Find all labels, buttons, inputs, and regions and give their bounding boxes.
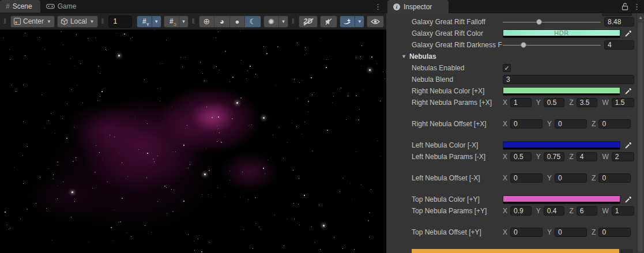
tab-inspector[interactable]: i Inspector [387,0,449,13]
nebulas-enabled-checkbox[interactable]: ✓ [503,64,511,72]
property-row-left-offset: Left Nebula Offset [-X] X 0 Y 0 Z 0 [386,172,637,184]
slider-thumb[interactable] [536,19,542,25]
top-offset-y-field[interactable]: 0 [555,228,587,237]
grid-visibility-button[interactable]: #Y [137,16,153,27]
grid-visibility-dropdown[interactable]: ▼ [152,16,161,27]
property-row-top-params: Top Nebula Params [+Y] X 0.9 Y 0.4 Z 6 W… [386,205,637,217]
slider-thumb[interactable] [521,42,526,48]
falloff-slider[interactable] [503,17,601,27]
right-params-w-field[interactable]: 1.5 [612,98,634,107]
left-nebula-color-swatch[interactable] [503,141,620,150]
scene-panel: # Scene Game ⋮ ‖ Center ▼ [0,0,386,253]
axis-label-w: W [602,99,608,107]
right-nebula-color-swatch[interactable] [503,87,620,96]
unity-editor-window: # Scene Game ⋮ ‖ Center ▼ [0,0,644,253]
right-params-z-field[interactable]: 3.5 [577,98,598,107]
top-params-z-field[interactable]: 6 [577,206,598,216]
right-params-y-field[interactable]: 0.5 [544,98,565,107]
property-label: Nebula Blend [412,75,503,84]
left-params-x-field[interactable]: 0.5 [510,152,532,161]
scene-fx-dropdown[interactable]: ▼ [355,16,364,27]
nebula-clouds [0,30,386,253]
grid-snapping-button[interactable]: #Ɔ [164,16,180,27]
orientation-mode-button[interactable]: Local ▼ [57,16,98,28]
axis-label-z: Z [569,153,573,161]
nebula-blend-field[interactable]: 3 [503,75,634,84]
top-offset-z-field[interactable]: 0 [598,228,631,237]
scene-panel-menu-button[interactable]: ⋮ [374,0,382,13]
left-params-y-field[interactable]: 0.75 [544,152,565,161]
axis-label-y: Y [547,174,552,182]
scene-fx-toggle-button[interactable] [340,16,356,27]
right-offset-x-field[interactable]: 0 [510,119,543,129]
draw-mode-shaded-button[interactable]: ● [230,16,246,27]
inspector-panel: i Inspector ⋮ Galaxy Great Rift Falloff [386,0,644,253]
grid-snapping-dropdown[interactable]: ▼ [179,16,188,27]
alpha-bar [503,202,620,203]
property-row-darkness: Galaxy Great Rift Darkness F 4 [386,39,637,51]
kebab-icon[interactable]: ⋮ [633,2,641,11]
scrollbar-thumb[interactable] [638,22,643,252]
axis-label-x: X [503,174,507,182]
right-offset-y-field[interactable]: 0 [555,119,587,129]
top-offset-x-field[interactable]: 0 [510,228,543,237]
left-params-z-field[interactable]: 4 [577,152,598,161]
lock-icon[interactable] [622,3,628,10]
drag-handle-icon[interactable]: ‖ [100,17,106,25]
eyedropper-button[interactable] [622,29,634,39]
top-nebula-color-swatch[interactable] [503,195,620,204]
left-offset-y-field[interactable]: 0 [555,173,587,183]
drag-handle-icon[interactable]: ‖ [291,17,296,25]
nebulas-foldout[interactable]: ▼ Nebulas [386,51,637,62]
grid-snap-increment-field[interactable]: 1 [108,16,132,28]
axis-label-z: Z [569,207,573,215]
value: 0.75 [547,153,560,161]
scene-tabbar: # Scene Game ⋮ [0,0,386,13]
tab-scene[interactable]: # Scene [0,0,40,13]
top-params-w-field[interactable]: 1 [612,206,634,216]
property-label: Galaxy Great Rift Color [412,29,503,37]
property-row-top-offset: Top Nebula Offset [+Y] X 0 Y 0 Z 0 [386,226,637,238]
darkness-value: 4 [608,41,612,49]
value: 4 [580,153,584,161]
value: 3.5 [580,99,590,107]
drag-handle-icon[interactable]: ‖ [191,17,197,25]
left-params-w-field[interactable]: 2 [612,152,634,161]
section-label: Nebulas [409,52,436,61]
eyedropper-button[interactable] [622,86,634,96]
scene-viewport[interactable] [0,30,386,253]
effects-burst-icon: ✺ [268,17,274,26]
bottom-nebula-color-swatch[interactable] [412,249,619,253]
darkness-slider[interactable] [503,40,601,50]
drag-handle-icon[interactable]: ‖ [2,17,8,25]
draw-mode-wireframe-button[interactable]: ⊕ [199,16,215,27]
rift-color-swatch[interactable]: HDR [503,29,620,38]
scene-visibility-button[interactable] [367,16,384,28]
eyedropper-button[interactable] [622,195,634,205]
inspector-scrollbar[interactable]: ▲ [637,13,644,253]
effects-dropdown[interactable]: ▼ [279,16,288,27]
right-offset-z-field[interactable]: 0 [598,119,631,129]
eyedropper-button[interactable] [622,141,634,150]
pivot-mode-button[interactable]: Center ▼ [10,16,55,28]
top-params-x-field[interactable]: 0.9 [510,206,532,216]
audio-toggle-button[interactable] [320,16,337,28]
effects-button[interactable]: ✺ [264,16,280,27]
right-params-x-field[interactable]: 1 [510,98,532,107]
2d-toggle-button[interactable]: 2D [299,16,318,28]
eyedropper-button[interactable] [621,249,633,253]
chevron-down-icon: ▼ [181,19,186,24]
falloff-value: 8.48 [608,18,621,26]
draw-mode-shaded-wireframe-button[interactable]: ◕ [214,16,230,27]
axis-label-y: Y [536,207,541,215]
lighting-toggle-button[interactable]: ☾ [245,16,260,27]
left-offset-z-field[interactable]: 0 [598,173,631,183]
top-params-y-field[interactable]: 0.4 [544,206,565,216]
tab-game[interactable]: Game [40,0,85,13]
property-row-falloff: Galaxy Great Rift Falloff 8.48 [386,16,637,28]
scroll-up-arrow-icon[interactable]: ▲ [637,13,644,21]
falloff-value-field[interactable]: 8.48 [604,17,634,27]
left-offset-x-field[interactable]: 0 [510,173,543,183]
chevron-down-icon: ▼ [89,19,95,24]
darkness-value-field[interactable]: 4 [604,40,634,50]
